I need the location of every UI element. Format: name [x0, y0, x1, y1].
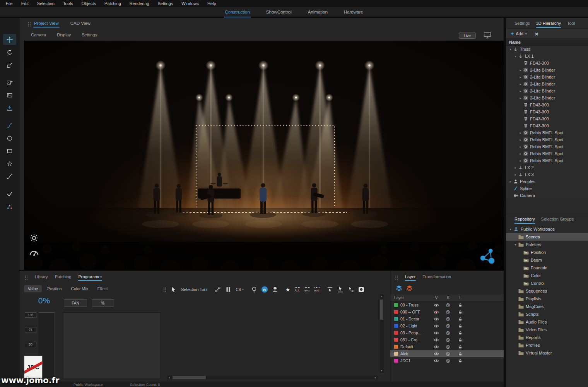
- visibility-icon[interactable]: [431, 345, 442, 349]
- panel-tab-tool[interactable]: Tool: [567, 21, 575, 28]
- panel-tab-3d-hierarchy[interactable]: 3D Hierarchy: [536, 21, 561, 28]
- scroll-up-icon[interactable]: ▴: [381, 294, 383, 299]
- menu-item-windows[interactable]: Windows: [177, 1, 203, 6]
- hierarchy-item[interactable]: Spline: [506, 185, 588, 192]
- record-badge[interactable]: R: [262, 286, 268, 293]
- fan-button[interactable]: FAN: [64, 299, 87, 307]
- 3d-viewport[interactable]: [24, 41, 504, 270]
- lock-icon[interactable]: [454, 317, 467, 321]
- repository-item[interactable]: Reports: [506, 334, 588, 341]
- repository-item[interactable]: Fountain: [506, 264, 588, 272]
- hierarchy-item[interactable]: ▸2-Lite Blinder: [506, 80, 588, 87]
- select-even-button[interactable]: evn: [304, 287, 310, 292]
- expand-arrow-icon[interactable]: ▸: [513, 173, 518, 176]
- monitor-icon[interactable]: [484, 32, 491, 39]
- place-object-tool-button[interactable]: [3, 103, 16, 113]
- hierarchy-item[interactable]: ▸2-Lite Blinder: [506, 67, 588, 74]
- snapshot-button[interactable]: [358, 286, 364, 293]
- layer-color-swatch[interactable]: [394, 338, 398, 342]
- programmer-subtab-color-mix[interactable]: Color Mix: [67, 285, 92, 292]
- lock-icon[interactable]: [454, 338, 467, 342]
- hierarchy-item[interactable]: FD43-300: [506, 101, 588, 108]
- visibility-icon[interactable]: [431, 338, 442, 342]
- hierarchy-item[interactable]: ▾Truss: [506, 46, 588, 53]
- add-caret-icon[interactable]: ▾: [525, 32, 527, 36]
- solo-icon[interactable]: S: [442, 317, 454, 321]
- hierarchy-item[interactable]: FD43-300: [506, 60, 588, 67]
- expand-arrow-icon[interactable]: ▸: [518, 152, 523, 156]
- repository-item[interactable]: Audio Files: [506, 318, 588, 326]
- hierarchy-item[interactable]: ▸Robin BMFL Spot: [506, 143, 588, 150]
- select-below-button[interactable]: [337, 286, 344, 293]
- layer-row[interactable]: JDC1S: [390, 357, 504, 364]
- expand-arrow-icon[interactable]: ▸: [518, 89, 523, 93]
- expand-arrow-icon[interactable]: ▸: [518, 131, 523, 135]
- visibility-icon[interactable]: [431, 303, 442, 307]
- layer-color-swatch[interactable]: [394, 331, 398, 335]
- layer-color-swatch[interactable]: [394, 352, 398, 356]
- add-button[interactable]: Add: [516, 31, 523, 36]
- group-tool-button[interactable]: [3, 201, 16, 212]
- mode-tab-hardware[interactable]: Hardware: [343, 7, 364, 17]
- layer-color-swatch[interactable]: [394, 310, 398, 314]
- clear-selection-button[interactable]: [348, 286, 354, 293]
- layer-color-swatch[interactable]: [394, 324, 398, 328]
- programmer-subtab-effect[interactable]: Effect: [94, 285, 112, 292]
- menu-item-patching[interactable]: Patching: [100, 1, 125, 6]
- repository-item[interactable]: Control: [506, 279, 588, 287]
- brightness-icon[interactable]: [29, 233, 39, 243]
- hierarchy-item[interactable]: ▾LX 1: [506, 53, 588, 60]
- horizontal-scrollbar[interactable]: ◂ ▸: [166, 375, 378, 380]
- rectangle-tool-button[interactable]: [3, 146, 16, 156]
- collapse-arrow-icon[interactable]: ▾: [508, 228, 513, 231]
- visibility-icon[interactable]: [431, 317, 442, 321]
- programmer-subtab-value[interactable]: Value: [24, 285, 42, 292]
- expand-arrow-icon[interactable]: ▸: [513, 166, 518, 170]
- image-tool-button[interactable]: [3, 90, 16, 101]
- expand-arrow-icon[interactable]: ▸: [518, 138, 523, 142]
- solo-icon[interactable]: S: [442, 352, 454, 356]
- scroll-right-icon[interactable]: ▸: [373, 376, 378, 379]
- visibility-icon[interactable]: [431, 359, 442, 363]
- expand-arrow-icon[interactable]: ▸: [518, 96, 523, 100]
- panel-tab-repository[interactable]: Repository: [514, 217, 535, 224]
- layer-color-swatch[interactable]: [394, 303, 398, 307]
- solo-icon[interactable]: S: [442, 331, 454, 335]
- repository-item[interactable]: Profiles: [506, 341, 588, 349]
- hierarchy-item[interactable]: Camera: [506, 192, 588, 199]
- export-view-tool-button[interactable]: [3, 60, 16, 70]
- expand-arrow-icon[interactable]: ▸: [518, 75, 523, 79]
- lock-icon[interactable]: [454, 303, 467, 307]
- layer-row[interactable]: DefaultS: [390, 343, 504, 350]
- solo-icon[interactable]: S: [442, 359, 454, 363]
- drag-grip-icon[interactable]: [25, 275, 28, 280]
- confirm-tool-button[interactable]: [3, 188, 16, 199]
- visibility-icon[interactable]: [431, 324, 442, 328]
- highlight-lamp-icon[interactable]: [251, 286, 257, 293]
- layers-stack-icon[interactable]: [396, 285, 402, 291]
- drag-grip-icon[interactable]: [395, 275, 398, 280]
- solo-icon[interactable]: S: [442, 310, 454, 314]
- vertical-scrollbar[interactable]: ▴ ▾: [379, 294, 384, 373]
- node-edit-icon[interactable]: [215, 286, 221, 293]
- repository-item[interactable]: Color: [506, 272, 588, 279]
- viewport-menu-camera[interactable]: Camera: [31, 33, 46, 37]
- panel-tab-settings[interactable]: Settings: [514, 21, 530, 28]
- repository-item[interactable]: Virtual Master: [506, 349, 588, 357]
- hierarchy-item[interactable]: FD43-300: [506, 108, 588, 115]
- mode-tab-construction[interactable]: Construction: [224, 7, 251, 17]
- viewport-menu-display[interactable]: Display: [57, 33, 71, 37]
- viewport-menu-settings[interactable]: Settings: [82, 33, 97, 37]
- menu-item-help[interactable]: Help: [203, 1, 220, 6]
- layer-color-swatch[interactable]: [394, 359, 398, 363]
- hierarchy-item[interactable]: ▸2-Lite Blinder: [506, 74, 588, 80]
- lock-icon[interactable]: [454, 331, 467, 335]
- fixture-mode-icon[interactable]: [272, 286, 278, 293]
- programmer-subtab-position[interactable]: Position: [43, 285, 65, 292]
- pause-button[interactable]: [225, 286, 231, 293]
- exposure-gauge-icon[interactable]: [29, 247, 39, 257]
- menu-item-rendering[interactable]: Rendering: [125, 1, 154, 6]
- mode-tab-showcontrol[interactable]: ShowControl: [265, 7, 292, 17]
- collapse-arrow-icon[interactable]: ▾: [508, 48, 513, 51]
- collapse-arrow-icon[interactable]: ▾: [513, 243, 518, 247]
